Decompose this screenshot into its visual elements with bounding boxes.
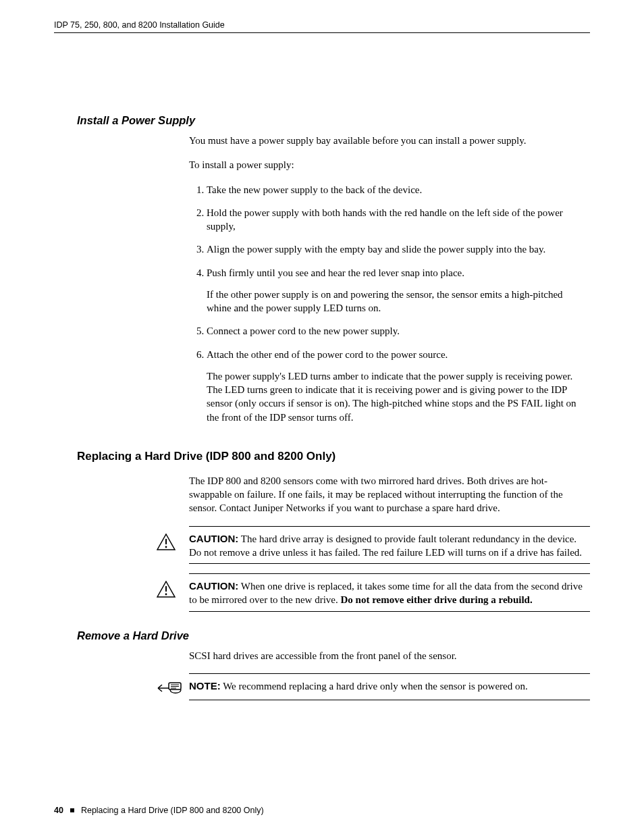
- caution-icon: [157, 579, 189, 598]
- ordered-list-steps: Take the new power supply to the back of…: [189, 183, 590, 424]
- running-header: IDP 75, 250, 800, and 8200 Installation …: [54, 20, 590, 30]
- heading-replacing-hard-drive: Replacing a Hard Drive (IDP 800 and 8200…: [77, 450, 590, 463]
- heading-install-power-supply: Install a Power Supply: [77, 114, 590, 127]
- callout-text: NOTE: We recommend replacing a hard driv…: [189, 679, 590, 693]
- footer: 40 Replacing a Hard Drive (IDP 800 and 8…: [54, 806, 264, 815]
- callout-rule: [189, 611, 590, 612]
- note-callout: NOTE: We recommend replacing a hard driv…: [189, 673, 590, 700]
- callout-text: CAUTION: The hard drive array is designe…: [189, 532, 590, 560]
- callout-body: We recommend replacing a hard drive only…: [221, 681, 528, 692]
- step-text: Push firmly until you see and hear the r…: [207, 267, 464, 278]
- callout-label: CAUTION:: [189, 580, 238, 592]
- callout-body: The hard drive array is designed to prov…: [189, 533, 582, 558]
- step-item: Align the power supply with the empty ba…: [207, 242, 590, 256]
- step-text: Connect a power cord to the new power su…: [207, 325, 400, 336]
- svg-point-5: [165, 594, 167, 596]
- paragraph: You must have a power supply bay availab…: [189, 134, 590, 147]
- footer-bullet-icon: [70, 808, 74, 812]
- step-item: Push firmly until you see and hear the r…: [207, 266, 590, 315]
- body-block: SCSI hard drives are accessible from the…: [189, 649, 590, 662]
- paragraph: The IDP 800 and 8200 sensors come with t…: [189, 474, 590, 515]
- paragraph: To install a power supply:: [189, 158, 590, 172]
- page: IDP 75, 250, 800, and 8200 Installation …: [0, 0, 644, 834]
- caution-callout: CAUTION: The hard drive array is designe…: [189, 526, 590, 565]
- note-icon: [157, 679, 189, 696]
- step-text: Take the new power supply to the back of…: [207, 184, 422, 195]
- step-item: Take the new power supply to the back of…: [207, 183, 590, 197]
- callout-label: NOTE:: [189, 680, 221, 692]
- body-block: The IDP 800 and 8200 sensors come with t…: [189, 474, 590, 515]
- header-rule: [54, 32, 590, 33]
- body-block: You must have a power supply bay availab…: [189, 134, 590, 172]
- step-text: Attach the other end of the power cord t…: [207, 349, 448, 360]
- heading-remove-hard-drive: Remove a Hard Drive: [77, 629, 590, 642]
- step-item: Attach the other end of the power cord t…: [207, 348, 590, 424]
- svg-point-2: [165, 546, 167, 548]
- page-number: 40: [54, 806, 63, 815]
- footer-section: Replacing a Hard Drive (IDP 800 and 8200…: [81, 806, 264, 815]
- step-text: Align the power supply with the empty ba…: [207, 244, 545, 255]
- caution-icon: [157, 532, 189, 551]
- step-item: Hold the power supply with both hands wi…: [207, 206, 590, 234]
- step-item: Connect a power cord to the new power su…: [207, 324, 590, 338]
- callout-rule: [189, 700, 590, 700]
- callout-text: CAUTION: When one drive is replaced, it …: [189, 579, 590, 607]
- paragraph: SCSI hard drives are accessible from the…: [189, 649, 590, 662]
- callout-label: CAUTION:: [189, 533, 238, 544]
- step-followup: The power supply's LED turns amber to in…: [207, 369, 590, 424]
- step-text: Hold the power supply with both hands wi…: [207, 207, 563, 232]
- callout-emphasis: Do not remove either drive during a rebu…: [341, 594, 533, 605]
- step-followup: If the other power supply is on and powe…: [207, 288, 590, 315]
- callout-rule: [189, 563, 590, 564]
- caution-callout: CAUTION: When one drive is replaced, it …: [189, 573, 590, 612]
